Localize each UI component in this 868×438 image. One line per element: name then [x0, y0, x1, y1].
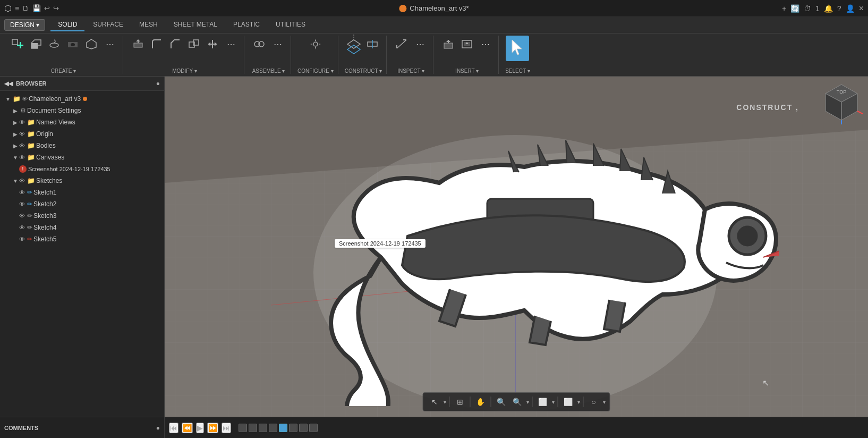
account-icon[interactable]: 👤 — [846, 4, 855, 13]
timeline-item[interactable] — [289, 424, 297, 432]
help-icon[interactable]: ? — [837, 4, 841, 13]
timeline-item[interactable] — [299, 424, 308, 432]
create-label[interactable]: CREATE ▾ — [51, 68, 76, 74]
tab-solid[interactable]: SOLID — [50, 19, 84, 31]
more-inspect-btn[interactable]: ⋯ — [412, 36, 429, 53]
named-views-visibility[interactable]: 👁 — [19, 119, 25, 125]
configure-label[interactable]: CONFIGURE ▾ — [297, 68, 334, 74]
tree-item-sketch4[interactable]: 👁 ✏ Sketch4 — [0, 222, 164, 233]
undo-icon[interactable]: ↩ — [44, 4, 50, 12]
tree-item-sketches[interactable]: ▼ 👁 📁 Sketches — [0, 175, 164, 187]
sketch3-visibility[interactable]: 👁 — [19, 213, 25, 219]
tree-item-screenshot[interactable]: ! Screenshot 2024-12-19 172435 — [0, 163, 164, 175]
tree-item-sketch5[interactable]: 👁 ✏ Sketch5 — [0, 233, 164, 245]
new-file-icon[interactable]: 🗋 — [22, 4, 29, 12]
extrude-btn[interactable] — [27, 36, 44, 53]
new-component-btn[interactable] — [8, 36, 25, 53]
timeline-prev-btn[interactable]: ⏪ — [182, 423, 193, 433]
measure-btn[interactable] — [393, 36, 410, 53]
combine-btn[interactable] — [185, 36, 202, 53]
press-pull-btn[interactable] — [130, 36, 147, 53]
browser-header[interactable]: ◀◀ BROWSER ● — [0, 77, 164, 91]
revolve-btn[interactable] — [46, 36, 63, 53]
tab-utilities[interactable]: UTILITIES — [268, 19, 313, 31]
timeline-item[interactable] — [269, 424, 277, 432]
sketch4-visibility[interactable]: 👁 — [19, 224, 25, 231]
tab-surface[interactable]: SURFACE — [86, 19, 131, 31]
more-modify-btn[interactable]: ⋯ — [223, 36, 240, 53]
hole-btn[interactable] — [64, 36, 81, 53]
midplane-btn[interactable] — [364, 36, 381, 53]
close-button[interactable]: × — [859, 4, 864, 13]
move-copy-btn[interactable] — [204, 36, 221, 53]
shell-btn[interactable] — [83, 36, 100, 53]
insert-label[interactable]: INSERT ▾ — [455, 68, 479, 74]
tree-arrow-bodies[interactable]: ▶ — [12, 143, 19, 149]
browser-collapse-btn[interactable]: ● — [156, 80, 160, 87]
timeline-item-active[interactable] — [279, 424, 287, 432]
zoom-btn[interactable]: 🔍 — [495, 395, 508, 409]
sketch2-visibility[interactable]: 👁 — [19, 201, 25, 207]
notification-icon[interactable]: 🔔 — [824, 4, 833, 13]
timeline-last-btn[interactable]: ⏭ — [222, 423, 231, 433]
more-create-btn[interactable]: ⋯ — [101, 36, 118, 53]
tree-arrow-named-views[interactable]: ▶ — [12, 120, 19, 125]
timeline-item[interactable] — [259, 424, 267, 432]
more-insert-btn[interactable]: ⋯ — [477, 36, 494, 53]
select-label[interactable]: SELECT ▾ — [505, 68, 530, 74]
canvases-visibility[interactable]: 👁 — [19, 154, 25, 161]
tree-item-origin[interactable]: ▶ 👁 📁 Origin — [0, 128, 164, 140]
timeline-play-btn[interactable]: ▶ — [196, 423, 204, 433]
sketches-visibility[interactable]: 👁 — [19, 178, 25, 184]
insert-canvas-btn[interactable] — [458, 36, 475, 53]
viewport[interactable]: CONSTRUCT , — [165, 77, 868, 417]
redo-icon[interactable]: ↪ — [53, 4, 59, 12]
tree-item-named-views[interactable]: ▶ 👁 📁 Named Views — [0, 116, 164, 128]
view-cube[interactable]: TOP — [820, 82, 863, 124]
tree-arrow-root[interactable]: ▼ — [4, 96, 12, 102]
timeline-first-btn[interactable]: ⏮ — [169, 423, 178, 433]
menu-icon[interactable]: ≡ — [15, 4, 19, 13]
design-dropdown[interactable]: DESIGN ▾ — [4, 19, 45, 31]
user-icon[interactable]: 1 — [815, 4, 820, 13]
tab-plastic[interactable]: PLASTIC — [226, 19, 267, 31]
construct-label[interactable]: CONSTRUCT ▾ — [345, 68, 382, 74]
save-icon[interactable]: 💾 — [32, 4, 41, 12]
fillet-btn[interactable] — [148, 36, 165, 53]
joint-btn[interactable] — [251, 36, 268, 53]
zoom-dropdown-btn[interactable]: 🔍 — [510, 395, 524, 409]
tree-item-root[interactable]: ▼ 📁 👁 Chameleon_art v3 — [0, 93, 164, 105]
visual-style-btn[interactable]: ⬜ — [561, 395, 575, 409]
clock-icon[interactable]: ⏱ — [804, 4, 811, 13]
modify-label[interactable]: MODIFY ▾ — [172, 68, 197, 74]
grid-btn[interactable]: ⊞ — [453, 395, 467, 409]
sketch5-visibility[interactable]: 👁 — [19, 236, 25, 242]
tree-item-sketch1[interactable]: 👁 ✏ Sketch1 — [0, 187, 164, 198]
sketch1-visibility[interactable]: 👁 — [19, 189, 25, 196]
select-btn[interactable] — [506, 36, 529, 61]
timeline-item[interactable] — [239, 424, 247, 432]
tree-arrow-doc-settings[interactable]: ▶ — [12, 108, 19, 114]
tree-item-canvases[interactable]: ▼ 👁 📁 Canvases — [0, 151, 164, 163]
tree-item-sketch2[interactable]: 👁 ✏ Sketch2 — [0, 198, 164, 210]
more-assemble-btn[interactable]: ⋯ — [269, 36, 286, 53]
origin-visibility[interactable]: 👁 — [19, 131, 25, 137]
tree-arrow-sketches[interactable]: ▼ — [12, 178, 19, 184]
tree-item-bodies[interactable]: ▶ 👁 📁 Bodies — [0, 140, 164, 151]
offset-plane-btn[interactable] — [345, 36, 362, 53]
tree-item-sketch3[interactable]: 👁 ✏ Sketch3 — [0, 210, 164, 222]
comments-expand-btn[interactable]: ● — [156, 424, 160, 432]
tree-arrow-canvases[interactable]: ▼ — [12, 155, 19, 161]
chamfer-btn[interactable] — [167, 36, 184, 53]
tree-item-doc-settings[interactable]: ▶ ⚙ Document Settings — [0, 105, 164, 116]
tree-arrow-origin[interactable]: ▶ — [12, 131, 19, 137]
add-tab-icon[interactable]: + — [782, 4, 786, 13]
bodies-visibility[interactable]: 👁 — [19, 142, 25, 149]
root-visibility-icon[interactable]: 👁 — [22, 96, 28, 102]
inspect-label[interactable]: INSPECT ▾ — [397, 68, 424, 74]
timeline-item[interactable] — [309, 424, 318, 432]
sync-icon[interactable]: 🔄 — [790, 4, 799, 13]
timeline-next-btn[interactable]: ⏩ — [207, 423, 218, 433]
assemble-label[interactable]: ASSEMBLE ▾ — [252, 68, 285, 74]
display-mode-btn[interactable]: ⬜ — [536, 395, 550, 409]
